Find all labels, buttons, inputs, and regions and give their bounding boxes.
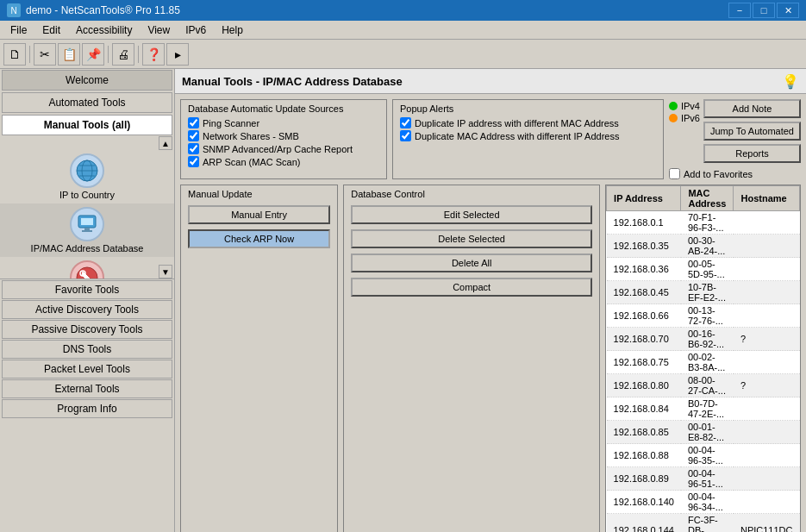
sidebar-program-info[interactable]: Program Info [2,399,172,418]
jump-to-automated-button[interactable]: Jump To Automated [703,122,801,141]
toolbar-help[interactable]: ❓ [142,43,165,66]
sidebar-favorite-tools[interactable]: Favorite Tools [2,280,172,299]
ip-to-country-label: IP to Country [59,190,115,200]
maximize-button[interactable]: □ [753,3,775,18]
toolbar-print[interactable]: 🖨 [112,43,134,66]
cell-mac: 10-7B-EF-E2-... [681,281,734,304]
cell-ip: 192.168.0.45 [607,281,681,304]
reports-button[interactable]: Reports [703,144,801,163]
table-row[interactable]: 192.168.0.4510-7B-EF-E2-... [607,281,800,304]
table-body: 192.168.0.170-F1-96-F3-...192.168.0.3500… [607,211,800,533]
table-row[interactable]: 192.168.0.8008-00-27-CA-...? [607,374,800,397]
cb-ping-scanner-label: Ping Scanner [203,118,259,128]
cell-ip: 192.168.0.35 [607,235,681,258]
sidebar-automated-tools[interactable]: Automated Tools [2,92,172,113]
cb-network-shares-input[interactable] [188,130,199,141]
action-buttons: Add Note Jump To Automated Reports [703,99,801,163]
cell-mac: 08-00-27-CA-... [681,374,734,397]
delete-all-button[interactable]: Delete All [351,253,592,272]
check-arp-button[interactable]: Check ARP Now [188,229,330,248]
close-button[interactable]: ✕ [777,3,799,18]
table-row[interactable]: 192.168.0.7000-16-B6-92-...? [607,328,800,351]
edit-selected-button[interactable]: Edit Selected [351,205,592,224]
table-row[interactable]: 192.168.0.84B0-7D-47-2E-... [607,397,800,421]
sidebar-item-ip-to-country[interactable]: IP to Country [0,150,174,203]
table-row[interactable]: 192.168.0.144FC-3F-DB-C1-...NPIC111DC [607,514,800,533]
cb-snmp: SNMP Advanced/Arp Cache Report [188,143,379,154]
sidebar-dns-tools[interactable]: DNS Tools [2,340,172,359]
ipv6-label: IPv6 [681,113,700,123]
sidebar-passive-discovery[interactable]: Passive Discovery Tools [2,320,172,339]
menu-ipv6[interactable]: IPv6 [178,22,213,38]
compact-button[interactable]: Compact [351,278,592,297]
ipv-area: IPv4 IPv6 [669,101,700,123]
cell-ip: 192.168.0.140 [607,491,681,514]
manual-entry-button[interactable]: Manual Entry [188,205,330,224]
toolbar-extra[interactable]: ▸ [166,43,189,66]
globe-svg [75,159,99,183]
minimize-button[interactable]: − [728,3,751,18]
db-control-title: Database Control [351,189,592,199]
sidebar-packet-level[interactable]: Packet Level Tools [2,360,172,379]
add-to-favorites-checkbox[interactable] [669,168,680,179]
table-row[interactable]: 192.168.0.170-F1-96-F3-... [607,211,800,235]
table-scroll[interactable]: IP Address MAC Address Hostname 192.168.… [606,185,800,532]
cell-hostname [734,235,800,258]
cb-snmp-label: SNMP Advanced/Arp Cache Report [203,144,353,154]
toolbar-copy[interactable]: 📋 [58,43,80,66]
cb-dup-ip-input[interactable] [400,117,411,128]
delete-selected-button[interactable]: Delete Selected [351,229,592,248]
table-row[interactable]: 192.168.0.8500-01-E8-82-... [607,421,800,444]
cb-network-shares: Network Shares - SMB [188,130,379,141]
menu-view[interactable]: View [141,22,177,38]
lightbulb-icon[interactable]: 💡 [782,72,799,90]
toolbar-sep1 [29,46,30,63]
cell-hostname [734,258,800,281]
manual-update-panel: Manual Update Manual Entry Check ARP Now [180,185,338,532]
table-row[interactable]: 192.168.0.3600-05-5D-95-... [607,258,800,281]
svg-rect-7 [84,228,90,230]
middle-section: Manual Update Manual Entry Check ARP Now… [180,185,801,532]
manual-update-title: Manual Update [188,189,330,199]
menu-edit[interactable]: Edit [35,22,67,38]
table-row[interactable]: 192.168.0.3500-30-AB-24-... [607,235,800,258]
wrench-svg [75,266,99,279]
toolbar-cut[interactable]: ✂ [34,43,56,66]
table-row[interactable]: 192.168.0.14000-04-96-34-... [607,491,800,514]
sidebar-item-launcher[interactable]: Launcher [0,257,174,279]
table-row[interactable]: 192.168.0.8900-04-96-51-... [607,467,800,491]
ipv6-dot [669,114,678,122]
table-row[interactable]: 192.168.0.6600-13-72-76-... [607,304,800,328]
cell-ip: 192.168.0.89 [607,467,681,491]
sidebar-external-tools[interactable]: External Tools [2,379,172,398]
menu-accessibility[interactable]: Accessibility [69,22,139,38]
menu-file[interactable]: File [3,22,34,38]
sidebar-scroll-up[interactable]: ▲ [159,136,172,150]
sidebar: Welcome Automated Tools Manual Tools (al… [0,69,175,532]
sidebar-welcome[interactable]: Welcome [2,70,172,91]
col-mac: MAC Address [681,186,734,211]
toolbar-paste[interactable]: 📌 [82,43,104,66]
cell-mac: 00-16-B6-92-... [681,328,734,351]
table-row[interactable]: 192.168.0.8800-04-96-35-... [607,444,800,467]
cell-ip: 192.168.0.1 [607,211,681,235]
cb-ping-scanner-input[interactable] [188,117,199,128]
content-header: Manual Tools - IP/MAC Address Database 💡 [175,69,806,94]
toolbar-new[interactable]: 🗋 [3,43,26,66]
cb-dup-mac-input[interactable] [400,130,411,141]
cb-snmp-input[interactable] [188,143,199,154]
menu-help[interactable]: Help [215,22,250,38]
cell-ip: 192.168.0.88 [607,444,681,467]
main-layout: Welcome Automated Tools Manual Tools (al… [0,69,806,532]
cell-hostname: NPIC111DC [734,514,800,533]
sidebar-manual-tools-all[interactable]: Manual Tools (all) [2,115,172,135]
db-update-panel: Database Automatic Update Sources Ping S… [180,99,387,179]
sidebar-item-ipmac-db[interactable]: IP/MAC Address Database [0,203,174,257]
add-note-button[interactable]: Add Note [703,99,801,118]
cb-arp-scan-input[interactable] [188,156,199,167]
app-icon: N [7,3,21,17]
table-row[interactable]: 192.168.0.7500-02-B3-8A-... [607,351,800,374]
cb-dup-ip: Duplicate IP address with different MAC … [400,117,656,128]
sidebar-scroll-down[interactable]: ▼ [159,265,172,279]
sidebar-active-discovery[interactable]: Active Discovery Tools [2,300,172,319]
